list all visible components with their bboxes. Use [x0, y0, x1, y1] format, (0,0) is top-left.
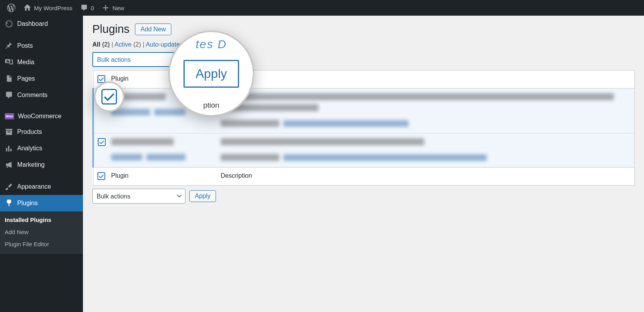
wp-logo[interactable]	[3, 0, 20, 16]
bulk-action-select-top[interactable]: Bulk actions	[92, 52, 185, 67]
tablenav-top: Bulk actions Apply	[92, 52, 635, 67]
admin-sidebar: Dashboard Posts Media Pages Comments Woo…	[0, 16, 83, 312]
sidebar-item-pages[interactable]: Pages	[0, 70, 83, 87]
plus-icon	[102, 4, 110, 12]
megaphone-icon	[5, 161, 13, 169]
woo-icon: Woo	[5, 113, 14, 119]
archive-icon	[5, 128, 13, 136]
blurred-meta	[221, 154, 279, 161]
sidebar-item-products[interactable]: Products	[0, 124, 83, 140]
comment-icon	[5, 91, 13, 99]
plugin-icon	[5, 199, 13, 207]
submenu-plugin-editor[interactable]: Plugin File Editor	[0, 238, 83, 250]
sidebar-label: Plugins	[17, 200, 38, 207]
plugins-table: Plugin Description	[92, 70, 635, 186]
blurred-link	[283, 154, 487, 161]
blurred-link	[111, 109, 150, 115]
new-content-link[interactable]: New	[98, 0, 128, 16]
sidebar-label: Media	[17, 59, 34, 66]
comments-link[interactable]: 0	[76, 0, 98, 16]
row-checkbox[interactable]	[98, 93, 106, 101]
sidebar-item-marketing[interactable]: Marketing	[0, 157, 83, 173]
filter-active[interactable]: Active (2)	[115, 41, 141, 48]
column-description-header[interactable]: Description	[217, 70, 635, 88]
blurred-meta	[221, 120, 279, 127]
sidebar-item-woocommerce[interactable]: Woo WooCommerce	[0, 109, 83, 124]
select-all-top-checkbox[interactable]	[97, 75, 105, 83]
row-checkbox[interactable]	[98, 138, 106, 146]
dashboard-icon	[5, 20, 13, 28]
table-row	[93, 133, 635, 168]
blurred-link	[146, 154, 185, 161]
apply-button-top[interactable]: Apply	[189, 54, 216, 65]
filter-all[interactable]: All (2)	[92, 41, 110, 48]
apply-button-bottom[interactable]: Apply	[189, 190, 216, 202]
blurred-description	[221, 93, 614, 100]
filter-links: All (2) | Active (2) | Auto-updates Disa…	[92, 41, 635, 48]
sidebar-item-analytics[interactable]: Analytics	[0, 140, 83, 157]
site-name-text: My WordPress	[34, 5, 72, 11]
submenu-installed-plugins[interactable]: Installed Plugins	[0, 214, 83, 226]
media-icon	[5, 58, 13, 67]
sidebar-item-plugins[interactable]: Plugins	[0, 195, 83, 211]
tablenav-bottom: Bulk actions Apply	[92, 189, 635, 204]
page-icon	[5, 74, 13, 83]
column-plugin-header[interactable]: Plugin	[107, 70, 217, 88]
sidebar-label: Dashboard	[17, 20, 48, 27]
sidebar-label: WooCommerce	[18, 113, 61, 120]
sidebar-label: Marketing	[17, 161, 45, 168]
sidebar-item-comments[interactable]: Comments	[0, 87, 83, 103]
page-title: Plugins	[92, 23, 130, 36]
select-all-bottom-checkbox[interactable]	[97, 172, 105, 180]
blurred-description	[221, 104, 318, 111]
column-description-footer: Description	[217, 168, 635, 186]
blurred-link	[283, 120, 408, 127]
comment-count: 0	[91, 5, 94, 11]
submenu-add-new[interactable]: Add New	[0, 226, 83, 238]
sidebar-label: Products	[17, 128, 42, 135]
pin-icon	[5, 41, 13, 50]
bulk-action-select-bottom[interactable]: Bulk actions	[92, 189, 185, 204]
comment-icon	[80, 4, 88, 12]
sidebar-item-appearance[interactable]: Appearance	[0, 179, 83, 195]
table-row	[93, 88, 635, 133]
filter-auto-updates[interactable]: Auto-updates Disabled (2)	[146, 41, 218, 48]
sidebar-item-media[interactable]: Media	[0, 54, 83, 70]
home-icon	[23, 4, 31, 12]
blurred-plugin-name	[111, 93, 166, 100]
site-name-link[interactable]: My WordPress	[20, 0, 76, 16]
sidebar-label: Pages	[17, 75, 35, 82]
sidebar-label: Appearance	[17, 183, 51, 190]
sidebar-label: Posts	[17, 42, 33, 49]
chart-icon	[5, 144, 13, 153]
admin-bar: My WordPress 0 New	[0, 0, 644, 16]
blurred-plugin-name	[111, 138, 174, 145]
sidebar-label: Comments	[17, 92, 47, 99]
sidebar-item-dashboard[interactable]: Dashboard	[0, 16, 83, 32]
sidebar-plugins-submenu: Installed Plugins Add New Plugin File Ed…	[0, 211, 83, 254]
sidebar-label: Analytics	[17, 145, 42, 152]
column-plugin-footer: Plugin	[107, 168, 217, 186]
main-content: Plugins Add New All (2) | Active (2) | A…	[83, 16, 644, 216]
add-new-button[interactable]: Add New	[135, 23, 171, 35]
blurred-link	[111, 154, 142, 161]
wordpress-icon	[7, 4, 16, 12]
new-label: New	[112, 5, 124, 11]
brush-icon	[5, 182, 13, 191]
sidebar-item-posts[interactable]: Posts	[0, 38, 83, 54]
blurred-description	[221, 138, 424, 145]
blurred-link	[154, 109, 185, 115]
